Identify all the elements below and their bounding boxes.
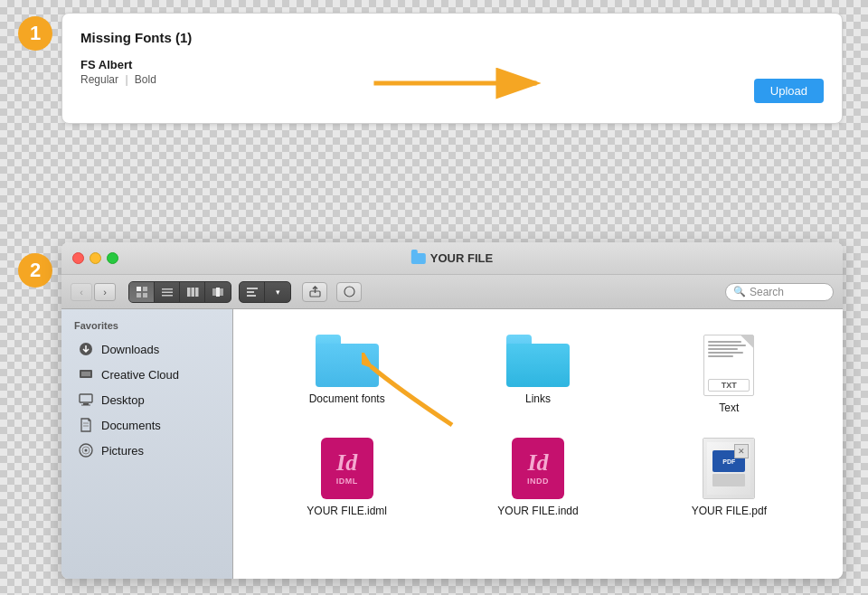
svg-rect-2 [143, 287, 147, 291]
creative-cloud-icon [78, 366, 94, 382]
pdf-x-icon: ✕ [734, 444, 749, 458]
finder-title-text: YOUR FILE [430, 251, 493, 265]
svg-rect-21 [81, 372, 90, 376]
font-name: FS Albert [80, 58, 156, 71]
pictures-icon [78, 442, 94, 458]
svg-rect-5 [162, 288, 173, 290]
search-box: 🔍 Search [725, 283, 834, 301]
panel-title: Missing Fonts (1) [80, 30, 824, 45]
file-item-indd[interactable]: Id INDD YOUR FILE.indd [442, 430, 633, 524]
sidebar-item-desktop[interactable]: Desktop [65, 387, 229, 412]
search-icon: 🔍 [733, 286, 746, 298]
step-badge-1: 1 [18, 16, 52, 51]
svg-rect-6 [162, 291, 173, 293]
arrange-dropdown[interactable]: ▾ [265, 282, 290, 302]
sidebar-item-documents[interactable]: Documents [65, 412, 229, 438]
close-button[interactable] [72, 252, 84, 264]
tag-button[interactable] [336, 282, 362, 302]
svg-point-29 [85, 449, 88, 452]
icon-view-button[interactable] [129, 282, 155, 302]
pdf-icon: PDF ✕ [703, 438, 755, 499]
arrange-group: ▾ [239, 281, 291, 303]
svg-rect-11 [212, 288, 216, 296]
file-label-text: Text [719, 401, 739, 414]
missing-fonts-panel: Missing Fonts (1) FS Albert Regular | Bo… [61, 13, 843, 124]
svg-rect-4 [143, 293, 147, 298]
finder-title: YOUR FILE [411, 251, 493, 265]
indd-icon: Id INDD [512, 438, 564, 499]
svg-rect-14 [247, 288, 258, 289]
svg-rect-9 [191, 288, 194, 297]
file-label-idml: YOUR FILE.idml [307, 505, 387, 517]
minimize-button[interactable] [90, 252, 101, 264]
svg-rect-8 [187, 288, 191, 297]
folder-title-icon [411, 253, 426, 264]
traffic-lights [72, 252, 118, 264]
svg-rect-3 [137, 293, 141, 298]
svg-point-18 [344, 287, 354, 297]
folder-icon-links [506, 335, 570, 387]
file-label-links: Links [525, 392, 551, 405]
finder-toolbar: ‹ › [61, 275, 843, 309]
view-mode-group [128, 281, 231, 303]
file-label-document-fonts: Document fonts [309, 392, 385, 405]
nav-buttons: ‹ › [71, 283, 116, 301]
finder-window: YOUR FILE ‹ › [61, 242, 843, 579]
font-info: FS Albert Regular | Bold [80, 58, 156, 86]
file-item-idml[interactable]: Id IDML YOUR FILE.idml [251, 430, 442, 524]
sidebar-label-creative-cloud: Creative Cloud [101, 368, 179, 382]
arrange-button[interactable] [240, 282, 265, 302]
svg-rect-1 [137, 287, 141, 291]
sidebar-label-downloads: Downloads [101, 343, 159, 356]
finder-main: Document fonts Links TXT [233, 309, 843, 579]
coverflow-view-button[interactable] [205, 282, 231, 302]
upload-button[interactable]: Upload [754, 79, 824, 103]
txt-icon: TXT [703, 335, 754, 396]
downloads-icon [78, 341, 94, 357]
finder-sidebar: Favorites Downloads Creative [61, 309, 233, 579]
file-item-pdf[interactable]: PDF ✕ YOUR FILE.pdf [634, 430, 825, 524]
sidebar-label-desktop: Desktop [101, 393, 145, 407]
svg-rect-10 [195, 288, 199, 297]
svg-rect-7 [162, 295, 173, 297]
sidebar-section-title: Favorites [61, 320, 232, 336]
sidebar-item-pictures[interactable]: Pictures [65, 438, 229, 463]
file-item-links[interactable]: Links [442, 327, 633, 421]
arrow-right-icon [165, 58, 745, 103]
search-placeholder: Search [750, 286, 784, 298]
svg-rect-13 [220, 288, 223, 296]
svg-rect-15 [247, 291, 254, 293]
back-button[interactable]: ‹ [71, 283, 92, 301]
badge-label-2: 2 [30, 259, 41, 282]
sidebar-item-creative-cloud[interactable]: Creative Cloud [65, 362, 229, 387]
desktop-icon [78, 392, 94, 408]
sidebar-item-downloads[interactable]: Downloads [65, 336, 229, 362]
file-item-text[interactable]: TXT Text [634, 327, 825, 421]
font-row: FS Albert Regular | Bold Upload [80, 58, 824, 103]
file-label-indd: YOUR FILE.indd [497, 505, 578, 517]
svg-rect-12 [216, 288, 220, 297]
svg-rect-22 [80, 394, 92, 402]
list-view-button[interactable] [155, 282, 180, 302]
file-item-document-fonts[interactable]: Document fonts [251, 327, 442, 421]
step-badge-2: 2 [18, 253, 52, 288]
svg-rect-24 [81, 405, 90, 406]
column-view-button[interactable] [180, 282, 205, 302]
maximize-button[interactable] [107, 252, 118, 264]
idml-icon: Id IDML [321, 438, 373, 499]
finder-content: Favorites Downloads Creative [61, 309, 843, 579]
share-button[interactable] [302, 282, 327, 302]
badge-label-1: 1 [30, 22, 41, 45]
sidebar-label-pictures: Pictures [101, 444, 144, 458]
finder-titlebar: YOUR FILE [61, 242, 843, 275]
file-label-pdf: YOUR FILE.pdf [692, 505, 767, 517]
sidebar-label-documents: Documents [101, 419, 161, 432]
documents-icon [78, 417, 94, 433]
font-styles: Regular | Bold [80, 73, 156, 86]
svg-rect-16 [247, 295, 256, 297]
folder-icon-document-fonts [316, 335, 379, 387]
forward-button[interactable]: › [94, 283, 116, 301]
